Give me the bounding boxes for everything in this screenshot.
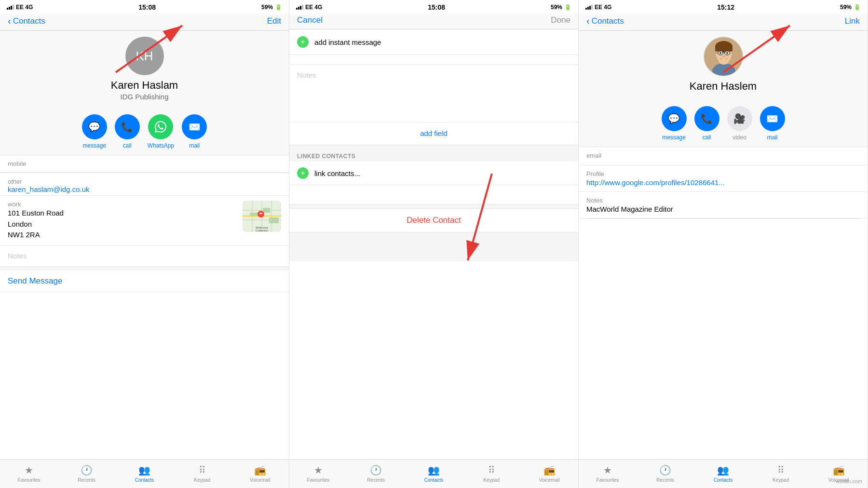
star-icon-3: ★ xyxy=(603,464,612,476)
divider-3 xyxy=(586,218,860,219)
signal-bars-1 xyxy=(7,5,14,10)
call-btn-1[interactable]: 📞 call xyxy=(115,114,140,149)
svg-point-31 xyxy=(722,55,725,57)
link-contacts-row[interactable]: + link contacts... xyxy=(289,162,578,185)
call-btn-3[interactable]: 📞 call xyxy=(694,106,719,141)
tab-voicemail-1[interactable]: 📻 Voicemail xyxy=(231,464,289,483)
tab-contacts-3[interactable]: 👥 Contacts xyxy=(694,464,752,483)
tab-label-fav-2: Favourites xyxy=(307,477,330,483)
svg-rect-8 xyxy=(269,217,279,223)
tab-recents-3[interactable]: 🕐 Recents xyxy=(637,464,694,483)
tab-contacts-2[interactable]: 👥 Contacts xyxy=(405,464,463,483)
tab-label-con-3: Contacts xyxy=(714,477,732,483)
message-btn-3[interactable]: 💬 message xyxy=(662,106,687,141)
map-thumbnail[interactable]: Wellcome Collection xyxy=(243,201,281,232)
delete-contact-row[interactable]: Delete Contact xyxy=(289,208,578,232)
signal-bar-2a xyxy=(296,8,298,10)
tab-recents-1[interactable]: 🕐 Recents xyxy=(58,464,116,483)
mail-btn-1[interactable]: ✉️ mail xyxy=(182,114,207,149)
message-icon-3: 💬 xyxy=(662,106,687,131)
edit-button-1[interactable]: Edit xyxy=(267,16,281,26)
tab-label-fav-3: Favourites xyxy=(597,477,619,483)
add-instant-msg-row[interactable]: + add instant message xyxy=(289,29,578,55)
mail-label-3: mail xyxy=(767,134,777,141)
tab-keypad-1[interactable]: ⠿ Keypad xyxy=(173,464,231,483)
notes-field-2[interactable]: Notes xyxy=(289,65,578,122)
back-label-1: Contacts xyxy=(13,16,45,26)
tab-favourites-3[interactable]: ★ Favourites xyxy=(579,464,637,483)
linked-contacts-header: LINKED CONTACTS xyxy=(289,149,578,162)
panel-3: EE 4G 15:12 59% 🔋 ‹ Contacts Link xyxy=(579,0,868,488)
add-field-row[interactable]: add field xyxy=(289,122,578,145)
contact-header-3: Karen Haslem xyxy=(579,31,868,100)
back-button-1[interactable]: ‹ Contacts xyxy=(8,15,45,27)
send-message-row[interactable]: Send Message xyxy=(0,271,289,292)
tab-favourites-1[interactable]: ★ Favourites xyxy=(0,464,58,483)
status-left-1: EE 4G xyxy=(7,4,33,11)
cancel-button-2[interactable]: Cancel xyxy=(297,15,323,25)
signal-bar-3d xyxy=(591,5,593,10)
tab-label-con-2: Contacts xyxy=(424,477,443,483)
tab-favourites-2[interactable]: ★ Favourites xyxy=(289,464,347,483)
profile-block-3: Profile http://www.google.com/profiles/1… xyxy=(579,165,868,192)
tab-contacts-1[interactable]: 👥 Contacts xyxy=(116,464,174,483)
avatar-1: KH xyxy=(125,37,164,75)
action-buttons-3: 💬 message 📞 call 🎥 video ✉️ mail xyxy=(579,100,868,147)
whatsapp-label-1: WhatsApp xyxy=(148,142,174,149)
back-button-3[interactable]: ‹ Contacts xyxy=(586,15,624,27)
call-label-1: call xyxy=(123,142,132,149)
status-bar-1: EE 4G 15:08 59% 🔋 xyxy=(0,0,289,14)
battery-2: 59% xyxy=(551,4,562,11)
done-button-2[interactable]: Done xyxy=(551,15,570,25)
link-button-3[interactable]: Link xyxy=(845,16,860,26)
map-svg: Wellcome Collection xyxy=(243,201,281,232)
notes-placeholder-1: Notes xyxy=(8,252,27,260)
tab-keypad-2[interactable]: ⠿ Keypad xyxy=(462,464,520,483)
video-btn-3[interactable]: 🎥 video xyxy=(727,106,752,141)
svg-point-27 xyxy=(726,52,728,54)
signal-bars-3 xyxy=(585,5,593,10)
content-3: email Profile http://www.google.com/prof… xyxy=(579,147,868,459)
whatsapp-icon-1 xyxy=(148,114,173,139)
mail-btn-3[interactable]: ✉️ mail xyxy=(760,106,785,141)
add-im-plus-icon: + xyxy=(297,36,309,48)
message-label-3: message xyxy=(662,134,686,141)
map-bg: Wellcome Collection xyxy=(243,201,281,232)
notes-placeholder-2: Notes xyxy=(297,71,316,79)
carrier-1: EE 4G xyxy=(16,4,33,11)
signal-bar-3a xyxy=(585,8,587,10)
signal-bar-2d xyxy=(302,5,303,10)
time-1: 15:08 xyxy=(138,3,156,11)
email-value[interactable]: karen_haslam@idg.co.uk xyxy=(8,185,281,193)
time-2: 15:08 xyxy=(428,3,445,11)
tab-bar-2: ★ Favourites 🕐 Recents 👥 Contacts ⠿ Keyp… xyxy=(289,459,578,488)
battery-1: 59% xyxy=(261,4,273,11)
tab-recents-2[interactable]: 🕐 Recents xyxy=(347,464,405,483)
tab-voicemail-2[interactable]: 📻 Voicemail xyxy=(520,464,578,483)
contact-header-1: KH Karen Haslam IDG Publishing xyxy=(0,31,289,108)
notes-value-3: MacWorld Magazine Editor xyxy=(586,205,860,213)
tab-bar-3: ★ Favourites 🕐 Recents 👥 Contacts ⠿ Keyp… xyxy=(579,459,868,488)
star-icon-2: ★ xyxy=(314,464,323,476)
tab-keypad-3[interactable]: ⠿ Keypad xyxy=(752,464,810,483)
contact-name-3: Karen Haslem xyxy=(690,80,757,93)
message-label-1: message xyxy=(82,142,106,149)
panel-2: EE 4G 15:08 59% 🔋 Cancel Done + add inst… xyxy=(289,0,579,488)
whatsapp-btn-1[interactable]: WhatsApp xyxy=(148,114,174,149)
watermark: wsxdn.com xyxy=(836,478,862,484)
signal-bar-3 xyxy=(11,6,12,10)
status-left-3: EE 4G xyxy=(585,4,611,11)
bottom-blank-2 xyxy=(289,232,578,261)
profile-value-3[interactable]: http://www.google.com/profiles/10286641.… xyxy=(586,178,860,187)
tab-label-fav-1: Favourites xyxy=(18,477,41,483)
call-icon-1: 📞 xyxy=(115,114,140,139)
svg-text:Collection: Collection xyxy=(256,229,268,232)
signal-bar-1 xyxy=(7,8,8,10)
notes-row-1: Notes xyxy=(0,246,289,267)
message-btn-1[interactable]: 💬 message xyxy=(82,114,107,149)
keypad-icon-1: ⠿ xyxy=(199,464,206,476)
svg-point-26 xyxy=(719,52,721,54)
tab-label-rec-3: Recents xyxy=(656,477,674,483)
status-bar-3: EE 4G 15:12 59% 🔋 xyxy=(579,0,868,14)
call-label-3: call xyxy=(702,134,711,141)
